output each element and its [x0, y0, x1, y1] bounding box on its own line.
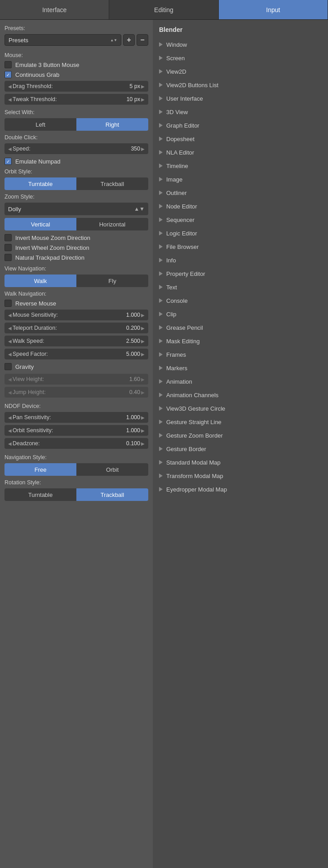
left-panel: Presets: Presets ▲▼ + − Mouse: Emulate 3… — [0, 20, 153, 868]
tab-input[interactable]: Input — [219, 0, 328, 19]
right-item-23[interactable]: Frames — [153, 348, 328, 361]
fly-btn[interactable]: Fly — [76, 275, 148, 287]
emulate3btn-row[interactable]: Emulate 3 Button Mouse — [4, 61, 148, 68]
main-layout: Presets: Presets ▲▼ + − Mouse: Emulate 3… — [0, 20, 328, 868]
rot-turntable-btn[interactable]: Turntable — [4, 488, 76, 501]
view-height-value: 1.60 — [129, 376, 140, 382]
teleport-duration-field[interactable]: ◀ Teleport Duration: 0.200 ▶ — [4, 323, 148, 333]
right-item-9[interactable]: Timeline — [153, 159, 328, 173]
expand-icon — [159, 137, 163, 141]
right-item-29[interactable]: Gesture Zoom Border — [153, 429, 328, 442]
mouse-section: Emulate 3 Button Mouse Continuous Grab ◀… — [4, 61, 148, 105]
invert-wheel-zoom-row[interactable]: Invert Wheel Zoom Direction — [4, 244, 148, 251]
emulate3btn-checkbox[interactable] — [4, 61, 12, 68]
jump-height-field[interactable]: ◀ Jump Height: 0.40 ▶ — [4, 387, 148, 398]
tweak-threshold-field[interactable]: ◀ Tweak Threshold: 10 px ▶ — [4, 94, 148, 105]
right-item-0[interactable]: Window — [153, 38, 328, 51]
mouse-label: Mouse: — [4, 52, 148, 58]
tweak-left-arrow: ◀ — [7, 97, 13, 102]
zoom-style-value: Dolly — [8, 206, 134, 213]
drag-threshold-field[interactable]: ◀ Drag Threshold: 5 px ▶ — [4, 81, 148, 92]
presets-remove-button[interactable]: − — [137, 34, 148, 46]
presets-select[interactable]: Presets ▲▼ — [4, 34, 121, 46]
right-item-16[interactable]: Info — [153, 253, 328, 267]
right-item-18[interactable]: Text — [153, 280, 328, 294]
speed-field[interactable]: ◀ Speed: 350 ▶ — [4, 143, 148, 154]
walk-btn[interactable]: Walk — [4, 275, 76, 287]
expand-icon — [159, 460, 163, 465]
gravity-section: ◀ View Height: 1.60 ▶ ◀ Jump Height: 0.4… — [4, 374, 148, 398]
right-item-26[interactable]: Animation Channels — [153, 388, 328, 402]
continuous-grab-row[interactable]: Continuous Grab — [4, 71, 148, 78]
right-item-21[interactable]: Grease Pencil — [153, 321, 328, 334]
right-item-4[interactable]: User Interface — [153, 92, 328, 105]
right-item-5[interactable]: 3D View — [153, 105, 328, 119]
emulate-numpad-row[interactable]: Emulate Numpad — [4, 158, 148, 165]
right-item-14[interactable]: Logic Editor — [153, 226, 328, 240]
orbit-turntable-btn[interactable]: Turntable — [4, 177, 76, 190]
right-item-12[interactable]: Node Editor — [153, 199, 328, 213]
walk-speed-value: 2.500 — [126, 338, 140, 344]
right-item-11[interactable]: Outliner — [153, 186, 328, 199]
gravity-checkbox[interactable] — [4, 363, 12, 370]
orbit-sensitivity-field[interactable]: ◀ Orbit Sensitivity: 1.000 ▶ — [4, 425, 148, 436]
invert-wheel-zoom-checkbox[interactable] — [4, 244, 12, 251]
zoom-dir-group: Vertical Horizontal — [4, 218, 148, 230]
right-item-3[interactable]: View2D Buttons List — [153, 78, 328, 92]
zoom-vertical-btn[interactable]: Vertical — [4, 218, 76, 230]
right-item-17[interactable]: Property Editor — [153, 267, 328, 280]
nav-free-btn[interactable]: Free — [4, 463, 76, 476]
expand-icon — [159, 366, 163, 370]
right-item-22[interactable]: Mask Editing — [153, 334, 328, 348]
natural-trackpad-row[interactable]: Natural Trackpad Direction — [4, 254, 148, 261]
right-item-13[interactable]: Sequencer — [153, 213, 328, 226]
right-item-31[interactable]: Standard Modal Map — [153, 456, 328, 469]
view-height-field[interactable]: ◀ View Height: 1.60 ▶ — [4, 374, 148, 385]
gravity-row[interactable]: Gravity — [4, 363, 148, 370]
right-item-27[interactable]: View3D Gesture Circle — [153, 402, 328, 415]
right-item-7[interactable]: Dopesheet — [153, 132, 328, 146]
zoom-horizontal-btn[interactable]: Horizontal — [76, 218, 148, 230]
expand-icon — [159, 177, 163, 182]
right-item-15[interactable]: File Browser — [153, 240, 328, 253]
speed-value: 350 — [131, 146, 140, 152]
pan-sensitivity-field[interactable]: ◀ Pan Sensitivity: 1.000 ▶ — [4, 412, 148, 423]
natural-trackpad-checkbox[interactable] — [4, 254, 12, 261]
right-item-20[interactable]: Clip — [153, 307, 328, 321]
right-item-19[interactable]: Console — [153, 294, 328, 307]
reverse-mouse-checkbox[interactable] — [4, 300, 12, 307]
right-item-24[interactable]: Markers — [153, 361, 328, 375]
orbit-trackball-btn[interactable]: Trackball — [76, 177, 148, 190]
walk-speed-field[interactable]: ◀ Walk Speed: 2.500 ▶ — [4, 336, 148, 346]
presets-arrows: ▲▼ — [110, 38, 117, 42]
invert-mouse-zoom-checkbox[interactable] — [4, 234, 12, 241]
right-item-10[interactable]: Image — [153, 173, 328, 186]
reverse-mouse-row[interactable]: Reverse Mouse — [4, 300, 148, 307]
right-item-1[interactable]: Screen — [153, 51, 328, 65]
nav-orbit-btn[interactable]: Orbit — [76, 463, 148, 476]
right-item-30[interactable]: Gesture Border — [153, 442, 328, 456]
right-item-6[interactable]: Graph Editor — [153, 119, 328, 132]
right-item-25[interactable]: Animation — [153, 375, 328, 388]
right-item-2[interactable]: View2D — [153, 65, 328, 78]
select-left-btn[interactable]: Left — [4, 118, 76, 131]
select-right-btn[interactable]: Right — [76, 118, 148, 131]
zoom-style-dropdown[interactable]: Dolly ▲▼ — [4, 203, 148, 215]
emulate-numpad-checkbox[interactable] — [4, 158, 12, 165]
right-item-32[interactable]: Transform Modal Map — [153, 469, 328, 483]
zoom-style-label: Zoom Style: — [4, 194, 148, 200]
natural-trackpad-label: Natural Trackpad Direction — [15, 254, 84, 261]
tab-interface[interactable]: Interface — [0, 0, 109, 19]
right-item-33[interactable]: Eyedropper Modal Map — [153, 483, 328, 496]
tab-editing[interactable]: Editing — [109, 0, 218, 19]
mouse-sensitivity-field[interactable]: ◀ Mouse Sensitivity: 1.000 ▶ — [4, 310, 148, 320]
presets-add-button[interactable]: + — [123, 34, 135, 46]
deadzone-field[interactable]: ◀ Deadzone: 0.100 ▶ — [4, 438, 148, 449]
rot-trackball-btn[interactable]: Trackball — [76, 488, 148, 501]
speed-factor-field[interactable]: ◀ Speed Factor: 5.000 ▶ — [4, 349, 148, 359]
select-with-group: Left Right — [4, 118, 148, 131]
continuous-grab-checkbox[interactable] — [4, 71, 12, 78]
right-item-8[interactable]: NLA Editor — [153, 146, 328, 159]
right-item-28[interactable]: Gesture Straight Line — [153, 415, 328, 429]
invert-mouse-zoom-row[interactable]: Invert Mouse Zoom Direction — [4, 234, 148, 241]
